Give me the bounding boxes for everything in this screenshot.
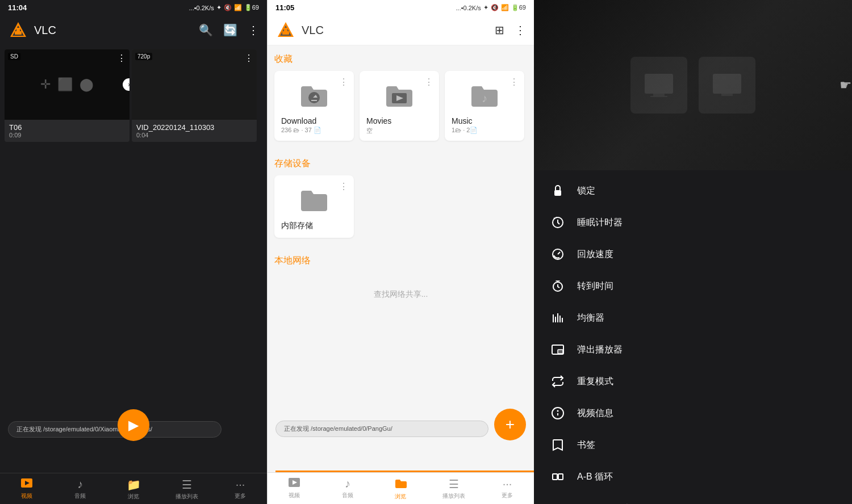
menu-item-popup[interactable]: 弹出播放器 [534,334,852,366]
header-icons-left: 🔍 🔄 ⋮ [199,23,259,37]
menu-label-lock: 锁定 [577,185,595,197]
menu-item-speed[interactable]: 回放速度 [534,238,852,270]
repeat-icon [550,373,566,389]
player-icon-1 [630,57,687,114]
menu-label-sleep: 睡眠计时器 [577,217,623,229]
nav-more-label-mid: 更多 [502,492,513,499]
nav-more-left[interactable]: ··· 更多 [223,478,257,501]
nav-more-icon-left: ··· [236,478,245,491]
svg-rect-38 [558,350,563,354]
nav-audio-icon-left: ♪ [77,478,83,491]
nav-audio-mid[interactable]: ♪ 音频 [331,477,365,501]
right-panel: ☛ 锁定 睡眠计时器 回放速度 [534,0,852,504]
folder-more-movies[interactable]: ⋮ [424,77,433,87]
storage-folder-svg [299,186,329,213]
more-icon-video-1[interactable]: ⋮ [244,53,253,64]
nav-video-left[interactable]: 视频 [10,478,44,501]
folder-movies[interactable]: Movies 空 ⋮ [360,71,439,141]
video-title-1: VID_20220124_110303 [136,123,214,132]
signal-mid: ...•0.2K/s [456,5,481,11]
movies-folder-svg [384,82,415,109]
vlc-brand-mid: VLC [275,20,324,40]
nav-playlist-icon-mid: ☰ [449,477,459,491]
video-item-0[interactable]: SD ⋮ ✛ ⬜ ⬤ › T06 0:09 [5,49,130,142]
bt-icon: ✦ [216,4,222,11]
nav-browse-icon-mid [394,477,407,492]
svg-rect-28 [553,314,554,316]
menu-item-time[interactable]: 转到时间 [534,270,852,302]
speed-icon [550,246,566,262]
nav-browse-label-mid: 浏览 [395,493,406,501]
menu-item-ab-loop[interactable]: A-B 循环 [534,461,852,493]
folder-name-download: Download [281,116,316,125]
menu-item-info[interactable]: 视频信息 [534,397,852,429]
menu-label-ab-loop: A-B 循环 [577,471,613,483]
nav-browse-left[interactable]: 📁 浏览 [116,478,151,501]
nav-video-label-left: 视频 [21,492,32,500]
battery-mid: 🔋69 [511,4,526,11]
grid-icon[interactable]: ⊞ [495,23,504,37]
storage-internal[interactable]: 内部存储 ⋮ [274,175,354,238]
menu-label-info: 视频信息 [577,408,613,419]
storage-more[interactable]: ⋮ [339,181,348,192]
menu-label-popup: 弹出播放器 [577,344,623,356]
video-duration-0: 0:09 [9,132,22,138]
video-info-1: VID_20220124_110303 0:04 [132,120,257,142]
save-playlist-icon [550,501,566,504]
vlc-logo-left [8,20,28,40]
svg-rect-30 [555,317,556,318]
bottom-nav-left: 视频 ♪ 音频 📁 浏览 ☰ 播放列表 ··· 更多 [0,473,267,504]
quality-badge-1: 720p [135,53,152,60]
menu-item-lock[interactable]: 锁定 [534,175,852,207]
app-header-left: VLC 🔍 🔄 ⋮ [0,15,267,45]
local-network-title: 本地网络 [274,247,527,272]
nav-audio-left[interactable]: ♪ 音频 [63,478,97,501]
browser-content: 收藏 Download 236 🗁 · 37 📄 ⋮ [268,45,534,421]
svg-rect-22 [721,94,733,96]
nav-browse-mid[interactable]: 浏览 [383,477,417,501]
history-icon[interactable]: 🔄 [223,23,237,37]
svg-rect-3 [16,28,20,32]
add-fab[interactable]: + [494,409,526,440]
bottom-nav-mid: 视频 ♪ 音频 浏览 ☰ 播放列表 ··· 更多 [268,472,534,504]
more-icon-video-0[interactable]: ⋮ [117,53,126,64]
nav-video-mid[interactable]: 视频 [277,477,311,501]
battery-left: 🔋69 [244,4,259,11]
menu-item-save-playlist[interactable]: 保存播放列表 [534,493,852,504]
nav-more-mid[interactable]: ··· 更多 [490,477,524,501]
storage-folder-grid: 内部存储 ⋮ [274,175,527,238]
signal-left: ...•0.2K/s [189,5,214,11]
more-icon-mid[interactable]: ⋮ [515,23,526,37]
video-item-1[interactable]: 720p ⋮ VID_20220124_110303 0:04 [132,49,257,142]
menu-item-repeat[interactable]: 重复模式 [534,366,852,397]
nav-arrow[interactable]: › [123,78,130,91]
folder-icon-music: ♪ [469,80,500,111]
folder-meta-movies: 空 [366,127,373,135]
nav-audio-icon-mid: ♪ [345,477,350,490]
folder-icon-storage [299,184,329,215]
menu-item-bookmark[interactable]: 书签 [534,429,852,461]
search-icon-left[interactable]: 🔍 [199,23,213,37]
menu-item-sleep[interactable]: 睡眠计时器 [534,207,852,238]
folder-more-download[interactable]: ⋮ [339,77,348,87]
svg-rect-29 [555,318,556,322]
player-icon-2 [699,57,755,114]
play-fab[interactable]: ▶ [118,409,149,441]
nav-playlist-mid[interactable]: ☰ 播放列表 [437,477,471,501]
favorites-section-title: 收藏 [274,45,527,71]
folder-more-music[interactable]: ⋮ [509,77,519,87]
folder-meta-download: 236 🗁 · 37 📄 [281,127,321,134]
nav-playlist-label-mid: 播放列表 [442,492,465,500]
folder-music[interactable]: ♪ Music 1🗁 · 2📄 ⋮ [445,71,524,141]
menu-item-equalizer[interactable]: 均衡器 [534,302,852,334]
nav-playlist-left[interactable]: ☰ 播放列表 [170,478,204,501]
folder-download[interactable]: Download 236 🗁 · 37 📄 ⋮ [274,71,354,141]
svg-rect-27 [553,316,554,322]
storage-name: 内部存储 [281,221,313,231]
storage-section-title: 存储设备 [274,150,527,175]
svg-rect-43 [558,474,563,480]
mid-panel: 11:05 ...•0.2K/s ✦ 🔇 📶 🔋69 VLC ⊞ ⋮ 收藏 [267,0,534,504]
more-icon-left[interactable]: ⋮ [248,23,259,37]
equalizer-icon [550,310,566,326]
scanning-bar-mid: 正在发现 /storage/emulated/0/PangGu/ [275,421,488,437]
